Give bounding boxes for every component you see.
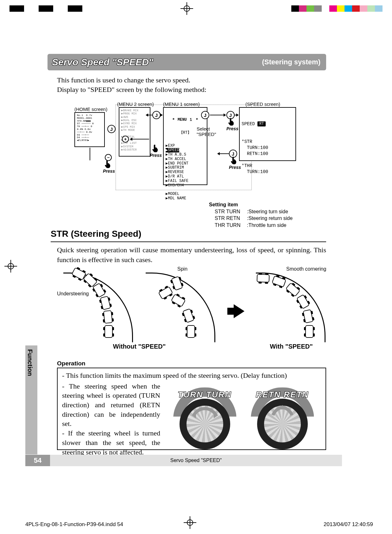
arrow-icon [235, 115, 238, 115]
setting-item-key: THR TURN [209, 222, 247, 229]
setting-item-key: STR TURN [209, 208, 247, 215]
jog-button-icon: J [152, 111, 161, 119]
caption-without-speed: Without "SPEED" [98, 343, 180, 350]
screen-speed: SPEED RT *STR TURN:100 RETN:100 *THR TUR… [239, 107, 296, 161]
setting-item-row: STR RETN:Steering return side [209, 215, 336, 222]
arrow-icon [130, 139, 149, 139]
setting-item-row: THR TURN:Throttle turn side [209, 222, 336, 229]
color-swatch [360, 5, 367, 12]
color-swatch [375, 5, 383, 12]
hand-press-icon [230, 156, 238, 165]
color-swatch [337, 5, 345, 12]
label-home-screen: (HOME screen) [74, 106, 107, 112]
plus-button-icon: + [122, 136, 129, 143]
color-swatch [329, 5, 337, 12]
label-menu2-screen: (MENU 2 screen) [117, 101, 154, 107]
operation-line-full: - This function limits the maximum speed… [62, 371, 321, 380]
printer-registration-bottom: 4PLS-Eng-08-1-Function-P39-64.indd 54 20… [0, 513, 392, 532]
label-speed-screen: (SPEED screen) [245, 101, 280, 107]
setting-item-value: :Steering return side [247, 215, 293, 222]
arrow-icon [210, 115, 226, 115]
setting-items-block: Setting item STR TURN:Steering turn side… [209, 201, 336, 228]
speed-body: *STR TURN:100 RETN:100 *THR TURN:100 [242, 139, 294, 175]
str-intro: Quick steering operation will cause mome… [57, 245, 326, 265]
curved-arrow-icon [267, 402, 298, 418]
menu-navigation-diagram: (HOME screen) No.1 6.7v MODEL-0001 TFH-N… [55, 101, 328, 203]
operation-para-1: - The steering speed when the steering w… [62, 382, 160, 428]
arrow-icon [218, 153, 229, 154]
str-heading: STR (Steering Speed) [51, 229, 141, 239]
illus-understeer: Understeering [57, 269, 136, 342]
intro-line-2: Display to "SPEED" screen by the followi… [57, 85, 326, 94]
footer-title: Servo Speed "SPEED" [50, 455, 342, 466]
color-swatch [299, 5, 307, 12]
color-swatch [322, 5, 329, 12]
operation-header: Operation [57, 360, 85, 367]
wheel-retn-illustration: RETN RETN [251, 387, 314, 451]
color-swatch [345, 5, 352, 12]
press-label: Press [103, 169, 115, 174]
operation-left-column: - The steering speed when the steering w… [62, 382, 160, 457]
operation-box: - This function limits the maximum speed… [57, 368, 326, 450]
press-label: Press [150, 153, 162, 158]
label-smooth: Smooth cornering [286, 266, 326, 272]
color-swatch [291, 5, 299, 12]
divider [51, 241, 326, 242]
press-label: Press [226, 126, 238, 131]
print-slug: 4PLS-Eng-08-1-Function-P39-64.indd 54 [25, 521, 123, 528]
reg-crosshair-bottom [184, 516, 196, 529]
setting-item-key: STR RETN [209, 215, 247, 222]
arrow-icon [90, 148, 90, 160]
printer-registration-top [0, 4, 392, 13]
illus-spin: Spin [139, 269, 218, 342]
color-swatch [314, 5, 322, 12]
caption-with-speed: With "SPEED" [250, 343, 332, 350]
section-subtitle: (Steering system) [262, 58, 320, 66]
operation-wheels: TURN TURN RETN RETN [166, 382, 321, 457]
label-spin: Spin [177, 266, 187, 272]
reg-color-swatches [291, 5, 383, 12]
curved-arrow-icon [189, 402, 221, 418]
print-timestamp: 2013/04/07 12:40:59 [324, 521, 373, 528]
menu1-title: ＊ MENU １ ＊ [166, 118, 205, 122]
section-title-bar: Servo Speed "SPEED" (Steering system) [47, 54, 326, 70]
hand-press-icon [227, 117, 236, 126]
wheel-turn-illustration: TURN TURN [173, 387, 237, 451]
jog-button-icon: J [201, 111, 209, 119]
operation-para-2: - If the steering wheel is turned slower… [62, 428, 160, 457]
arrow-right-icon [234, 304, 244, 318]
speed-tag: RT [257, 121, 266, 126]
setting-item-value: :Steering turn side [247, 208, 288, 215]
reg-crosshair-top [180, 2, 193, 15]
reg-crosshair-left [4, 260, 17, 273]
jog-button-icon: J [107, 125, 116, 133]
arrow-icon [161, 115, 162, 115]
color-swatch [352, 5, 360, 12]
reg-bars-left [9, 5, 82, 12]
illus-smooth: Smooth cornering [250, 269, 329, 342]
intro-line-1: This function is used to change the serv… [57, 75, 326, 85]
select-speed-label: Select "SPEED" [197, 126, 222, 137]
menu1-items: ▶EXP ▶SPEED ▶TH A.B.S ▶TH ACCEL ▶END POI… [166, 144, 205, 201]
cornering-illustration: Understeering Spin Smooth cornering [57, 269, 332, 352]
intro-text: This function is used to change the serv… [57, 75, 326, 94]
setting-item-row: STR TURN:Steering turn side [209, 208, 336, 215]
printer-registration-left [0, 0, 19, 534]
color-swatch [307, 5, 314, 12]
side-tab-function: Function [25, 345, 37, 454]
label-menu1-screen: (MENU 1 screen) [163, 101, 200, 107]
setting-items-header: Setting item [209, 201, 336, 208]
page-content: Function Servo Speed "SPEED" (Steering s… [25, 41, 370, 498]
setting-item-value: :Throttle turn side [247, 222, 287, 229]
arrow-icon [146, 115, 152, 115]
hand-press-icon [104, 160, 112, 169]
speed-title: SPEED [242, 121, 255, 127]
section-title: Servo Speed "SPEED" [52, 57, 153, 68]
page-number: 54 [25, 455, 50, 466]
press-label: Press [229, 165, 241, 170]
screen-menu1: ＊ MENU １ ＊ 【RT】 ▶EXP ▶SPEED ▶TH A.B.S ▶T… [163, 107, 207, 185]
color-swatch [367, 5, 375, 12]
page-footer: 54 Servo Speed "SPEED" [25, 455, 342, 466]
screen-home: No.1 6.7v MODEL-0001 TFH-NR▣▣▣ ST ──────… [74, 112, 105, 147]
label-understeer: Understeering [57, 291, 89, 297]
